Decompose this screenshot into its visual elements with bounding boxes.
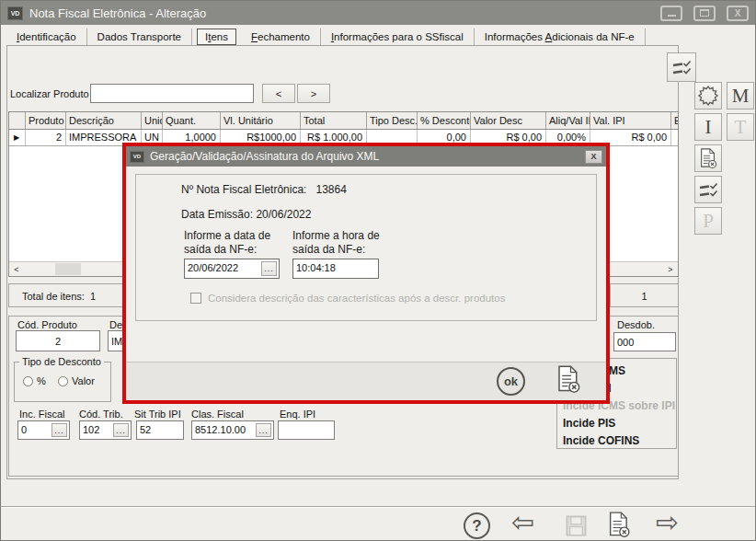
- desdob-input[interactable]: [613, 332, 676, 351]
- dialog-title-bar: VD Geração/Validação/Assinatura do Arqui…: [126, 146, 606, 167]
- discard-item-button[interactable]: [694, 144, 722, 172]
- column-header-total: Total: [301, 112, 367, 129]
- cod-produto-input[interactable]: [16, 330, 100, 351]
- i-button[interactable]: I: [694, 113, 722, 141]
- discard-xml-button[interactable]: [606, 510, 632, 541]
- dialog-title: Geração/Validação/Assinatura do Arquivo …: [150, 150, 579, 163]
- check-items-button[interactable]: [694, 176, 722, 203]
- m-button[interactable]: M: [727, 82, 754, 109]
- t-letter: T: [735, 118, 747, 137]
- help-button[interactable]: ?: [464, 512, 490, 539]
- tab-strip: IdentificaçãoDados TransporteItensFecham…: [6, 27, 646, 46]
- dialog-button-bar: [126, 362, 606, 400]
- incide-line-4: Incide COFINS: [563, 432, 676, 450]
- scrollbar-thumb[interactable]: [55, 263, 81, 275]
- clas-fiscal-lookup-button[interactable]: ...: [256, 423, 271, 437]
- enq-ipi-input[interactable]: [278, 420, 335, 440]
- column-header-tipo-desc: Tipo Desc.: [367, 112, 418, 129]
- radio-percent-dot: [23, 376, 33, 386]
- find-prev-button[interactable]: <: [262, 84, 295, 103]
- m-letter: M: [732, 86, 750, 106]
- dialog-close-button[interactable]: X: [585, 150, 602, 164]
- column-header-quant: Quant.: [163, 112, 221, 129]
- arrow-right-icon: ⇨: [656, 506, 679, 538]
- app-icon: VD: [7, 6, 23, 20]
- seal-icon: [697, 85, 719, 107]
- radio-valor[interactable]: Valor: [58, 375, 95, 386]
- column-header-pct-desconto: % Desconto: [418, 112, 471, 129]
- inc-fiscal-value: 0: [21, 424, 27, 435]
- cell-produto[interactable]: 2: [26, 130, 66, 145]
- next-record-button[interactable]: ⇨: [656, 509, 679, 536]
- find-next-button[interactable]: >: [297, 84, 330, 103]
- exit-time-input[interactable]: 10:04:18: [292, 259, 379, 279]
- seal-button[interactable]: [694, 82, 722, 109]
- column-header-selector: [9, 112, 26, 129]
- scroll-left-button[interactable]: <: [9, 262, 24, 276]
- ok-icon: ok: [504, 374, 518, 388]
- nf-number-label: Nº Nota Fiscal Eletrônica:: [181, 183, 306, 196]
- column-header-produto: Produto: [26, 112, 66, 129]
- p-button-disabled: P: [694, 207, 722, 235]
- inc-fiscal-lookup-button[interactable]: ...: [52, 423, 67, 437]
- localizar-produto-label: Localizar Produto: [10, 88, 89, 99]
- clas-fiscal-input[interactable]: 8512.10.00 ...: [191, 420, 274, 440]
- window-title: Nota Fiscal Eletrônica - Alteração: [29, 6, 649, 20]
- current-item-box: 1: [610, 283, 679, 307]
- tab-identificacao[interactable]: Identificação: [6, 29, 87, 45]
- maximize-button[interactable]: [693, 6, 716, 21]
- characteristics-checkbox-row[interactable]: Considera descrição das características …: [190, 293, 505, 304]
- save-button-disabled: [564, 513, 589, 541]
- characteristics-checkbox[interactable]: [190, 293, 201, 304]
- cod-trib-input[interactable]: 102 ...: [79, 420, 132, 440]
- ok-button[interactable]: ok: [497, 367, 525, 396]
- emission-date-label: Data Emissão:: [181, 208, 253, 221]
- current-item-value: 1: [641, 291, 647, 302]
- check-list-icon: [697, 180, 719, 199]
- characteristics-checkbox-label: Considera descrição das características …: [208, 293, 505, 304]
- cell-cut[interactable]: [671, 130, 679, 145]
- column-header-val-ipi: Val. IPI: [590, 112, 671, 129]
- validate-items-button[interactable]: [667, 52, 696, 82]
- grid-header: ProdutoDescriçãoUnidQuant.Vl. UnitárioTo…: [9, 112, 678, 130]
- tab-dados-transporte[interactable]: Dados Transporte: [87, 29, 192, 45]
- tab-informacoes-adicionais-nfe[interactable]: Informações Adicionais da NF-e: [475, 29, 646, 45]
- tipo-desconto-legend: Tipo de Desconto: [19, 356, 104, 367]
- column-header-descricao: Descrição: [66, 112, 142, 129]
- save-icon: [564, 513, 589, 538]
- scroll-right-button[interactable]: >: [663, 262, 678, 276]
- sit-trib-ipi-input[interactable]: 52: [136, 420, 184, 440]
- maximize-icon: [700, 9, 709, 17]
- title-bar: VD Nota Fiscal Eletrônica - Alteração X: [1, 1, 755, 25]
- desdob-label: Desdob.: [617, 319, 655, 330]
- inc-fiscal-input[interactable]: 0 ...: [17, 420, 70, 440]
- cod-trib-lookup-button[interactable]: ...: [113, 423, 129, 437]
- tab-fechamento[interactable]: Fechamento: [241, 29, 321, 45]
- cod-trib-value: 102: [83, 424, 99, 435]
- minimize-button[interactable]: [660, 6, 682, 21]
- cod-produto-label: Cód. Produto: [17, 319, 77, 330]
- exit-date-value: 20/06/2022: [188, 262, 238, 273]
- bottom-separator-highlight: [1, 507, 755, 508]
- document-x-icon: [555, 363, 582, 395]
- arrow-left-icon: ⇦: [511, 506, 534, 538]
- localizar-produto-input[interactable]: [90, 84, 254, 103]
- radio-percent[interactable]: %: [23, 375, 46, 386]
- tab-itens[interactable]: Itens: [197, 29, 236, 45]
- close-button[interactable]: X: [727, 6, 749, 21]
- clas-fiscal-value: 8512.10.00: [195, 424, 246, 435]
- nf-number-line: Nº Nota Fiscal Eletrônica: 13864: [181, 183, 347, 196]
- cod-trib-label: Cód. Trib.: [79, 409, 123, 420]
- emission-date-line: Data Emissão: 20/06/2022: [181, 208, 311, 221]
- exit-date-label: Informe a data de saída da NF-e:: [184, 229, 290, 257]
- tab-informacoes-ssfiscal[interactable]: Informações para o SSfiscal: [321, 29, 475, 45]
- total-items-label: Total de itens:: [22, 291, 85, 302]
- exit-date-calendar-button[interactable]: ...: [261, 261, 277, 276]
- xml-generation-dialog: VD Geração/Validação/Assinatura do Arqui…: [122, 143, 610, 404]
- enq-ipi-label: Enq. IPI: [280, 409, 315, 420]
- previous-record-button[interactable]: ⇦: [511, 509, 534, 536]
- row-selector[interactable]: ▶: [9, 130, 26, 145]
- exit-date-input[interactable]: 20/06/2022 ...: [184, 259, 280, 279]
- check-list-icon: [670, 58, 693, 76]
- cancel-xml-button[interactable]: [555, 363, 582, 398]
